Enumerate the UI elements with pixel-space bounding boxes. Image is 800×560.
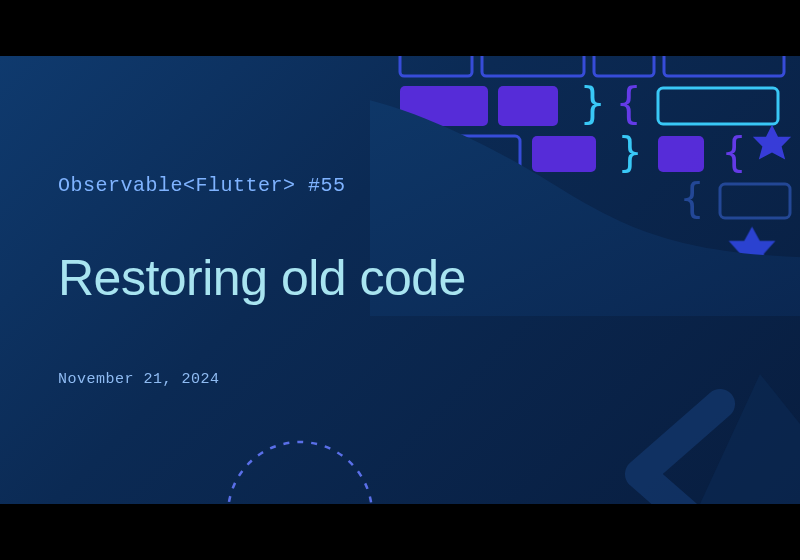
svg-rect-0: [400, 56, 472, 76]
svg-rect-12: [658, 136, 704, 172]
svg-marker-16: [753, 125, 791, 160]
video-frame: } { } { {: [0, 0, 800, 560]
svg-rect-1: [482, 56, 584, 76]
svg-text:{: {: [680, 175, 704, 221]
svg-rect-2: [594, 56, 654, 76]
svg-rect-15: [720, 184, 790, 218]
svg-rect-10: [532, 136, 596, 172]
svg-rect-3: [664, 56, 784, 76]
svg-rect-8: [658, 88, 778, 124]
svg-rect-5: [498, 86, 558, 126]
slide-content: Observable<Flutter> #55 Restoring old co…: [58, 174, 658, 388]
svg-text:}: }: [580, 79, 605, 128]
title-slide: } { } { {: [0, 56, 800, 504]
svg-text:{: {: [616, 79, 641, 128]
svg-point-18: [228, 442, 372, 504]
slide-title: Restoring old code: [58, 249, 658, 307]
svg-text:{: {: [722, 129, 746, 175]
svg-text:}: }: [618, 129, 642, 175]
series-subtitle: Observable<Flutter> #55: [58, 174, 658, 197]
slide-date: November 21, 2024: [58, 371, 658, 388]
